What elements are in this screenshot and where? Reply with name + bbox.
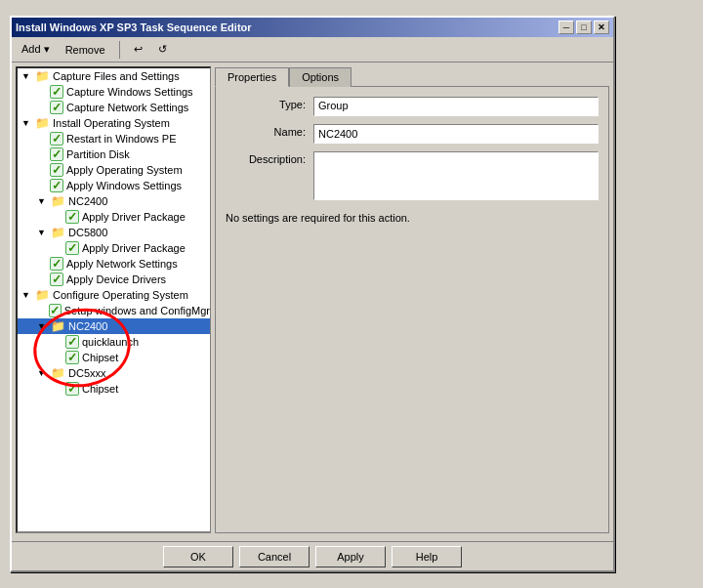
tree-item-apply-windows-settings[interactable]: ✓Apply Windows Settings: [18, 178, 210, 193]
item-icon: 📁: [34, 116, 50, 130]
item-label: Apply Driver Package: [82, 211, 186, 223]
main-area: ▼📁Capture Files and Settings✓Capture Win…: [12, 63, 613, 537]
tab-properties[interactable]: Properties: [215, 67, 289, 87]
toolbar-separator: [119, 41, 120, 59]
description-row: Description:: [226, 151, 599, 200]
toolbar: Add ▾ Remove ↩ ↺: [12, 37, 613, 63]
minimize-button[interactable]: ─: [558, 21, 574, 34]
expand-icon[interactable]: ▼: [37, 196, 49, 206]
tree-item-partition-disk[interactable]: ✓Partition Disk: [18, 147, 210, 162]
apply-button[interactable]: Apply: [315, 546, 386, 567]
add-button[interactable]: Add ▾: [16, 40, 56, 59]
item-label: Apply Device Drivers: [66, 273, 166, 285]
description-input[interactable]: [313, 151, 599, 200]
item-label: Apply Windows Settings: [66, 180, 182, 191]
item-label: Configure Operating System: [53, 289, 188, 301]
tree-item-nc2400-2[interactable]: ▼📁NC2400: [18, 318, 210, 334]
item-label: Capture Network Settings: [66, 102, 188, 113]
name-row: Name:: [226, 124, 599, 144]
item-label: Capture Files and Settings: [53, 70, 180, 82]
title-bar: Install Windows XP SP3 Task Sequence Edi…: [12, 18, 613, 37]
item-label: Apply Operating System: [66, 164, 183, 176]
tree-panel[interactable]: ▼📁Capture Files and Settings✓Capture Win…: [16, 66, 211, 533]
item-icon: ✓: [65, 241, 79, 255]
item-label: NC2400: [68, 320, 107, 332]
item-icon: ✓: [50, 273, 63, 286]
title-bar-buttons: ─ □ ✕: [558, 21, 609, 34]
tree-item-apply-os[interactable]: ✓Apply Operating System: [18, 162, 210, 178]
ok-button[interactable]: OK: [163, 546, 233, 567]
no-settings-text: No settings are required for this action…: [226, 212, 599, 224]
tab-bar: Properties Options: [215, 66, 609, 86]
item-label: Setup windows and ConfigMgr: [64, 305, 210, 316]
item-label: Chipset: [82, 352, 118, 363]
item-icon: ✓: [50, 163, 63, 177]
expand-icon[interactable]: ▼: [21, 290, 33, 300]
undo-icon: ↩: [134, 43, 143, 56]
item-label: DC5xxx: [68, 367, 106, 379]
item-icon: ✓: [49, 304, 62, 317]
item-label: DC5800: [68, 227, 107, 238]
tree-item-apply-network-settings[interactable]: ✓Apply Network Settings: [18, 256, 210, 272]
name-label: Name:: [226, 124, 313, 138]
tree-item-dc5xxx[interactable]: ▼📁DC5xxx: [18, 365, 210, 381]
item-label: quicklaunch: [82, 336, 139, 348]
item-label: Install Operating System: [53, 117, 170, 129]
tree-item-configure-os[interactable]: ▼📁Configure Operating System: [18, 287, 210, 303]
tab-properties-label: Properties: [227, 71, 276, 83]
tree-item-chipset-nc2400[interactable]: ✓Chipset: [18, 350, 210, 365]
tree-item-apply-device-drivers[interactable]: ✓Apply Device Drivers: [18, 272, 210, 287]
expand-icon[interactable]: ▼: [37, 228, 49, 237]
expand-icon[interactable]: ▼: [21, 71, 33, 81]
item-icon: ✓: [65, 351, 79, 364]
item-icon: 📁: [50, 226, 65, 239]
item-icon: ✓: [50, 85, 63, 99]
tree-item-install-os[interactable]: ▼📁Install Operating System: [18, 115, 210, 131]
tab-options-label: Options: [302, 71, 339, 83]
tree-item-setup-windows[interactable]: ✓Setup windows and ConfigMgr: [18, 303, 210, 318]
item-icon: 📁: [34, 288, 50, 302]
tree-item-capture-files[interactable]: ▼📁Capture Files and Settings: [18, 68, 210, 84]
item-icon: 📁: [34, 69, 50, 83]
item-label: Restart in Windows PE: [66, 133, 176, 145]
expand-icon[interactable]: ▼: [37, 368, 49, 378]
tree-item-capture-windows-settings[interactable]: ✓Capture Windows Settings: [18, 84, 210, 100]
type-label: Type:: [226, 97, 313, 110]
item-icon: ✓: [50, 179, 63, 192]
tree-item-nc2400-1[interactable]: ▼📁NC2400: [18, 193, 210, 209]
item-icon: 📁: [50, 319, 65, 333]
item-label: Apply Network Settings: [66, 258, 178, 270]
add-label: Add ▾: [21, 43, 50, 56]
tree-item-dc5800[interactable]: ▼📁DC5800: [18, 225, 210, 240]
help-button[interactable]: Help: [392, 546, 462, 567]
item-icon: ✓: [50, 132, 63, 146]
expand-icon[interactable]: ▼: [21, 118, 33, 128]
item-icon: ✓: [50, 147, 63, 161]
item-label: Apply Driver Package: [82, 242, 186, 254]
type-value: Group: [313, 97, 599, 116]
item-icon: ✓: [65, 335, 79, 349]
item-label: NC2400: [68, 195, 107, 207]
refresh-button[interactable]: ↺: [152, 40, 173, 59]
undo-button[interactable]: ↩: [128, 40, 148, 59]
main-window: Install Windows XP SP3 Task Sequence Edi…: [10, 16, 615, 572]
tab-options[interactable]: Options: [289, 67, 352, 87]
tree-item-apply-driver-dc5800[interactable]: ✓Apply Driver Package: [18, 240, 210, 256]
cancel-button[interactable]: Cancel: [239, 546, 310, 567]
tree-item-chipset-dc5xxx[interactable]: ✓Chipset: [18, 381, 210, 397]
tree-item-apply-driver-nc2400[interactable]: ✓Apply Driver Package: [18, 209, 210, 225]
bottom-bar: OK Cancel Apply Help: [12, 541, 613, 570]
remove-label: Remove: [65, 44, 105, 56]
description-label: Description:: [226, 151, 313, 165]
expand-icon[interactable]: ▼: [37, 321, 49, 331]
remove-button[interactable]: Remove: [60, 41, 111, 59]
item-icon: 📁: [50, 194, 65, 208]
maximize-button[interactable]: □: [576, 21, 592, 34]
close-button[interactable]: ✕: [594, 21, 609, 34]
tree-item-restart-windows-pe[interactable]: ✓Restart in Windows PE: [18, 131, 210, 147]
item-icon: ✓: [50, 101, 63, 114]
name-input[interactable]: [313, 124, 599, 144]
tree-item-capture-network-settings[interactable]: ✓Capture Network Settings: [18, 100, 210, 115]
tree-item-quicklaunch[interactable]: ✓quicklaunch: [18, 334, 210, 350]
item-label: Chipset: [82, 383, 118, 395]
